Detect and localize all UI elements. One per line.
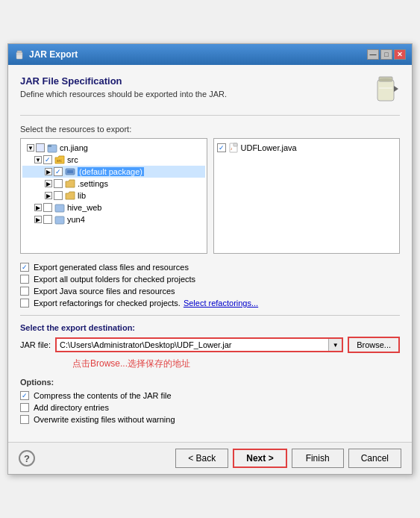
package-icon xyxy=(65,166,75,177)
minimize-button[interactable]: — xyxy=(367,49,379,60)
checkbox-cn-jiang[interactable] xyxy=(36,143,45,152)
checkbox-udf[interactable] xyxy=(217,143,226,152)
checkbox-jopt1[interactable] xyxy=(20,391,29,400)
jar-file-label: JAR file: xyxy=(20,340,51,349)
jar-illustration xyxy=(372,72,400,105)
option-row-3: Export Java source files and resources xyxy=(20,287,400,296)
java-file-icon: J xyxy=(228,143,239,153)
svg-marker-15 xyxy=(66,192,75,199)
maximize-button[interactable]: □ xyxy=(380,49,392,60)
option-row-4: Export refactorings for checked projects… xyxy=(20,299,400,308)
dest-label: Select the export destination: xyxy=(20,323,400,332)
svg-rect-0 xyxy=(16,52,22,59)
svg-rect-1 xyxy=(17,51,22,53)
jar-dropdown-button[interactable]: ▼ xyxy=(328,339,342,351)
expand-src[interactable]: ▼ xyxy=(34,156,42,163)
tree-item-default-package[interactable]: ▶ (default package) xyxy=(22,166,205,178)
label-lib: lib xyxy=(78,191,86,200)
expand-settings[interactable]: ▶ xyxy=(45,180,52,187)
yun4-icon xyxy=(54,214,65,225)
project-icon xyxy=(47,143,57,153)
jar-export-dialog: JAR Export — □ ✕ JAR File Specification … xyxy=(7,43,413,475)
tree-item-lib[interactable]: ▶ lib xyxy=(22,190,205,202)
expand-default-package[interactable]: ▶ xyxy=(45,168,52,175)
file-item-udf[interactable]: J UDFLower.java xyxy=(216,142,398,154)
label-src: src xyxy=(67,155,78,164)
svg-marker-7 xyxy=(394,86,398,92)
finish-button[interactable]: Finish xyxy=(292,449,344,468)
jar-row: JAR file: ▼ Browse... xyxy=(20,337,400,353)
help-button[interactable]: ? xyxy=(19,450,35,466)
checkbox-opt2[interactable] xyxy=(20,275,29,284)
jar-option-row-1: Compress the contents of the JAR file xyxy=(20,391,400,400)
checkbox-jopt3[interactable] xyxy=(20,415,29,424)
tree-item-cn-jiang[interactable]: ▼ cn.jiang xyxy=(22,142,205,154)
browse-hint: 点击Browse...选择保存的地址 xyxy=(72,358,400,370)
checkbox-yun4[interactable] xyxy=(43,215,52,224)
cancel-button[interactable]: Cancel xyxy=(348,449,401,468)
jar-option-row-3: Overwrite existing files without warning xyxy=(20,415,400,424)
title-jar-icon xyxy=(14,49,25,60)
svg-marker-14 xyxy=(66,180,75,187)
checkbox-opt3[interactable] xyxy=(20,287,29,296)
expand-yun4[interactable]: ▶ xyxy=(34,216,42,223)
tree-item-settings[interactable]: ▶ .settings xyxy=(22,178,205,190)
svg-rect-6 xyxy=(379,87,392,89)
checkbox-opt1[interactable] xyxy=(20,263,29,272)
export-options: Export generated class files and resourc… xyxy=(20,263,400,308)
tree-item-src[interactable]: ▼ src src xyxy=(22,154,205,166)
select-refactorings-link[interactable]: Select refactorings... xyxy=(184,299,258,308)
expand-hive-web[interactable]: ▶ xyxy=(34,204,42,211)
svg-text:src: src xyxy=(57,158,62,163)
browse-button[interactable]: Browse... xyxy=(348,337,400,353)
file-panel[interactable]: J UDFLower.java xyxy=(213,138,401,254)
svg-rect-16 xyxy=(55,205,64,212)
checkbox-src[interactable] xyxy=(43,155,52,164)
jar-option-label-2: Add directory entries xyxy=(34,403,109,412)
title-bar-controls: — □ ✕ xyxy=(367,49,406,60)
tree-panel[interactable]: ▼ cn.jiang ▼ s xyxy=(20,138,207,254)
footer-left: ? xyxy=(19,450,41,466)
settings-folder-icon xyxy=(65,178,75,189)
svg-rect-19 xyxy=(233,143,237,146)
svg-rect-3 xyxy=(377,80,394,101)
option-label-3: Export Java source files and resources xyxy=(34,287,175,296)
svg-rect-13 xyxy=(67,170,73,173)
checkbox-jopt2[interactable] xyxy=(20,403,29,412)
option-label-4: Export refactorings for checked projects… xyxy=(34,299,181,308)
svg-text:J: J xyxy=(231,147,232,151)
next-button[interactable]: Next > xyxy=(233,449,286,468)
jar-file-input[interactable] xyxy=(57,339,328,351)
title-bar: JAR Export — □ ✕ xyxy=(8,44,412,65)
window-title: JAR Export xyxy=(29,49,78,60)
resources-label: Select the resources to export: xyxy=(20,125,400,134)
expand-cn-jiang[interactable]: ▼ xyxy=(27,144,34,152)
tree-item-hive-web[interactable]: ▶ hive_web xyxy=(22,202,205,213)
jar-option-row-2: Add directory entries xyxy=(20,403,400,412)
expand-lib[interactable]: ▶ xyxy=(45,192,52,199)
src-folder-icon: src xyxy=(54,155,65,165)
option-label-2: Export all output folders for checked pr… xyxy=(34,275,195,284)
divider xyxy=(20,315,400,316)
svg-point-5 xyxy=(379,78,392,81)
title-bar-left: JAR Export xyxy=(14,49,78,60)
jar-option-label-1: Compress the contents of the JAR file xyxy=(34,391,172,400)
jar-options: Options: Compress the contents of the JA… xyxy=(20,378,400,424)
dialog-content: JAR File Specification Define which reso… xyxy=(8,65,412,442)
resources-panel: ▼ cn.jiang ▼ s xyxy=(20,138,400,254)
checkbox-opt4[interactable] xyxy=(20,299,29,308)
close-button[interactable]: ✕ xyxy=(394,49,406,60)
checkbox-lib[interactable] xyxy=(54,191,63,200)
svg-rect-9 xyxy=(48,145,51,147)
section-title: JAR File Specification xyxy=(20,75,227,87)
label-default-package: (default package) xyxy=(78,167,144,176)
checkbox-settings[interactable] xyxy=(54,179,63,188)
label-settings: .settings xyxy=(78,179,108,188)
label-hive-web: hive_web xyxy=(67,203,101,212)
back-button[interactable]: < Back xyxy=(175,449,228,468)
jar-input-wrapper: ▼ xyxy=(55,337,343,352)
checkbox-hive-web[interactable] xyxy=(43,203,52,212)
tree-item-yun4[interactable]: ▶ yun4 xyxy=(22,213,205,225)
checkbox-default-package[interactable] xyxy=(54,167,63,176)
section-desc: Define which resources should be exporte… xyxy=(20,90,227,99)
